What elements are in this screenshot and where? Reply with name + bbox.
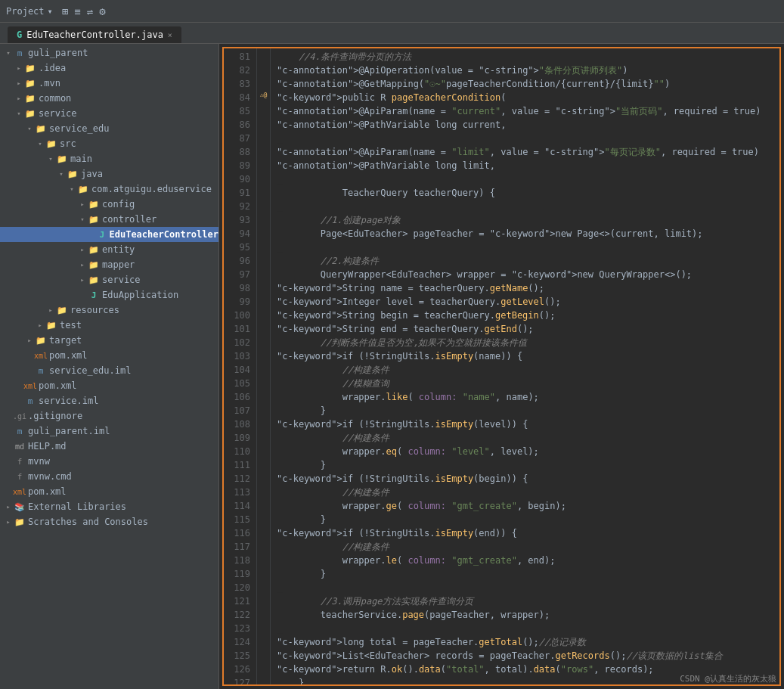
tree-item-pom_xml_main[interactable]: xmlpom.xml xyxy=(0,484,218,499)
tree-item-src[interactable]: ▾📁src xyxy=(0,136,218,151)
tab-close-button[interactable]: × xyxy=(168,31,172,39)
tree-item-pom_xml_service[interactable]: xmlpom.xml xyxy=(0,348,218,363)
equalizer-icon[interactable]: ⇌ xyxy=(87,5,93,17)
code-line-110: wrapper.eq( column: "level", level); xyxy=(277,445,773,458)
tree-arrow-main[interactable]: ▾ xyxy=(45,155,56,163)
tree-arrow-target[interactable]: ▸ xyxy=(24,337,35,344)
tree-item-pom_xml_root[interactable]: xmlpom.xml xyxy=(0,378,218,393)
tree-item-service_iml[interactable]: mservice.iml xyxy=(0,393,218,408)
gutter-cell-111 xyxy=(257,445,270,459)
line-num-96: 96 xyxy=(228,254,250,268)
tree-arrow-src[interactable]: ▾ xyxy=(35,140,45,147)
gutter-cell-103 xyxy=(257,340,270,353)
line-num-116: 116 xyxy=(228,526,250,540)
line-num-89: 89 xyxy=(228,159,250,172)
tree-item-gitignore[interactable]: .gi.gitignore xyxy=(0,408,218,424)
tree-icon-folder: 📁 xyxy=(35,334,47,346)
code-line-119: } xyxy=(277,567,773,581)
code-line-97: QueryWrapper<EduTeacher> wrapper = "c-ke… xyxy=(277,268,773,281)
tree-item-service_edu_iml[interactable]: mservice_edu.iml xyxy=(0,363,218,378)
tree-arrow-config[interactable]: ▸ xyxy=(77,200,88,208)
tree-item-common[interactable]: ▸📁common xyxy=(0,91,218,106)
code-line-118: wrapper.le( column: "gmt_create", end); xyxy=(277,554,773,567)
tree-arrow-test[interactable]: ▸ xyxy=(35,321,45,329)
main-area: ▾mguli_parent▸📁.idea▸📁.mvn▸📁common▾📁serv… xyxy=(0,44,784,689)
line-num-114: 114 xyxy=(228,499,250,513)
line-num-82: 82 xyxy=(228,64,250,77)
tree-item-mapper[interactable]: ▸📁mapper xyxy=(0,257,218,272)
code-line-93: //1.创建page对象 xyxy=(277,213,773,227)
tree-icon-folder: 📁 xyxy=(88,198,100,210)
tree-item-idea[interactable]: ▸📁.idea xyxy=(0,61,218,76)
structure-icon[interactable]: ⊞ xyxy=(62,5,68,17)
code-line-115: } xyxy=(277,513,773,526)
line-num-88: 88 xyxy=(228,145,250,159)
editor-tab-active[interactable]: G EduTeacherController.java × xyxy=(8,26,181,43)
gutter: ⚠@ xyxy=(257,48,271,684)
line-num-86: 86 xyxy=(228,118,250,132)
tree-item-com_atguigu_eduservice[interactable]: ▾📁com.atguigu.eduservice xyxy=(0,182,218,197)
line-num-81: 81 xyxy=(228,50,250,64)
tree-item-java[interactable]: ▾📁java xyxy=(0,166,218,182)
tree-arrow-guli_parent[interactable]: ▾ xyxy=(3,49,14,57)
code-line-94: Page<EduTeacher> pageTeacher = "c-keywor… xyxy=(277,227,773,241)
tree-arrow-scratches[interactable]: ▸ xyxy=(3,518,14,526)
tree-arrow-common[interactable]: ▸ xyxy=(14,95,24,102)
code-line-122: teacherService.page(pageTeacher, wrapper… xyxy=(277,608,773,622)
tree-arrow-java[interactable]: ▾ xyxy=(56,170,67,178)
gutter-cell-88 xyxy=(257,141,270,155)
gutter-cell-123 xyxy=(257,605,270,619)
tree-label-test: test xyxy=(60,320,82,331)
tree-label-main: main xyxy=(70,154,92,164)
tree-arrow-service_edu[interactable]: ▾ xyxy=(24,125,35,132)
tree-item-config[interactable]: ▸📁config xyxy=(0,197,218,212)
tree-arrow-controller[interactable]: ▾ xyxy=(77,216,88,223)
code-line-85: "c-annotation">@ApiParam(name = "current… xyxy=(277,104,773,118)
tree-icon-folder: 📁 xyxy=(56,153,68,165)
tree-arrow-com_atguigu_eduservice[interactable]: ▾ xyxy=(67,185,77,193)
tree-item-mvn[interactable]: ▸📁.mvn xyxy=(0,76,218,91)
tree-item-guli_parent_iml[interactable]: mguli_parent.iml xyxy=(0,424,218,439)
tree-arrow-external_libs[interactable]: ▸ xyxy=(3,503,14,511)
code-line-81: //4.条件查询带分页的方法 xyxy=(277,50,773,64)
code-area[interactable]: 8182838485868788899091929394959697989910… xyxy=(222,47,781,686)
line-num-115: 115 xyxy=(228,513,250,526)
list-icon[interactable]: ≡ xyxy=(74,5,80,17)
code-line-108: "c-keyword">if (!StringUtils.isEmpty(lev… xyxy=(277,417,773,431)
gutter-cell-82 xyxy=(257,62,270,76)
tree-arrow-service[interactable]: ▾ xyxy=(14,110,24,117)
tree-item-service[interactable]: ▾📁service xyxy=(0,106,218,121)
tree-item-resources[interactable]: ▸📁resources xyxy=(0,303,218,318)
tree-item-mvnw_cmd[interactable]: fmvnw.cmd xyxy=(0,469,218,484)
tree-item-service_edu[interactable]: ▾📁service_edu xyxy=(0,121,218,136)
tree-label-service_edu_iml: service_edu.iml xyxy=(49,365,131,376)
tree-item-controller[interactable]: ▾📁controller xyxy=(0,212,218,227)
tree-item-guli_parent[interactable]: ▾mguli_parent xyxy=(0,45,218,61)
tree-arrow-entity[interactable]: ▸ xyxy=(77,246,88,253)
tree-item-entity[interactable]: ▸📁entity xyxy=(0,242,218,257)
tree-arrow-mapper[interactable]: ▸ xyxy=(77,261,88,268)
tree-item-EduApplication[interactable]: JEduApplication xyxy=(0,287,218,303)
tree-arrow-resources[interactable]: ▸ xyxy=(45,306,56,314)
dropdown-arrow-icon[interactable]: ▾ xyxy=(48,6,53,17)
gutter-cell-115 xyxy=(257,499,270,513)
tree-item-external_libs[interactable]: ▸📚External Libraries xyxy=(0,499,218,514)
tree-item-main[interactable]: ▾📁main xyxy=(0,151,218,166)
tree-label-service2: service xyxy=(102,275,141,285)
tree-item-scratches[interactable]: ▸📁Scratches and Consoles xyxy=(0,514,218,529)
tree-arrow-idea[interactable]: ▸ xyxy=(14,64,24,72)
tree-label-pom_xml_main: pom.xml xyxy=(28,486,67,497)
tree-item-test[interactable]: ▸📁test xyxy=(0,318,218,333)
code-line-83: "c-annotation">@GetMapping("☉~"pageTeach… xyxy=(277,77,773,91)
tree-item-mvnw[interactable]: fmvnw xyxy=(0,454,218,469)
tree-item-service2[interactable]: ▸📁service xyxy=(0,272,218,287)
tree-arrow-mvn[interactable]: ▸ xyxy=(14,79,24,87)
tree-item-EduTeacherController[interactable]: JEduTeacherController xyxy=(0,227,218,242)
code-line-116: "c-keyword">if (!StringUtils.isEmpty(end… xyxy=(277,526,773,540)
tree-item-target[interactable]: ▸📁target xyxy=(0,333,218,348)
tree-item-HELP_md[interactable]: mdHELP.md xyxy=(0,439,218,454)
line-num-98: 98 xyxy=(228,281,250,295)
tree-arrow-service2[interactable]: ▸ xyxy=(77,276,88,284)
settings-icon[interactable]: ⚙ xyxy=(99,5,105,17)
gutter-cell-95 xyxy=(257,234,270,247)
